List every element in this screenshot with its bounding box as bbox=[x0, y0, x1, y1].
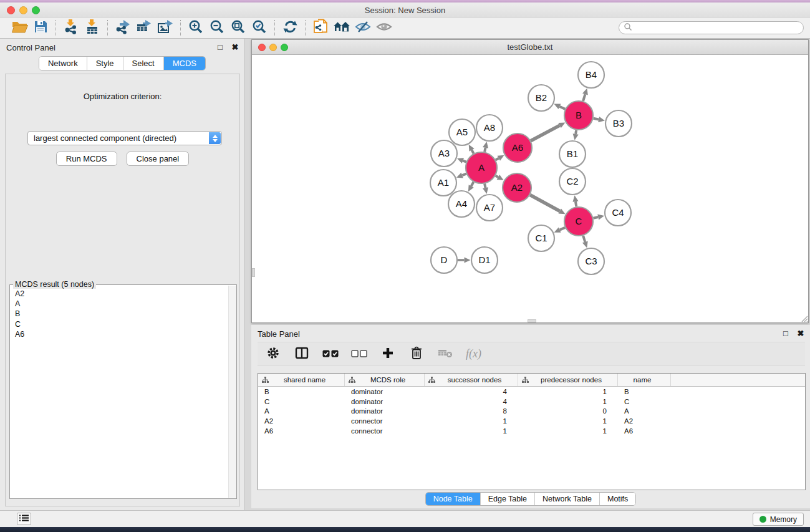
graph-edge-C-C4[interactable] bbox=[593, 217, 598, 218]
graph-edge-C-C2[interactable] bbox=[576, 201, 576, 206]
column-header-successor-nodes[interactable]: successor nodes bbox=[425, 374, 518, 386]
optimization-criterion-dropdown[interactable]: largest connected component (directed) bbox=[27, 131, 222, 145]
graph-node-A[interactable]: A bbox=[466, 152, 497, 183]
graph-edge-C-C3[interactable] bbox=[583, 236, 585, 242]
show-panels-button[interactable] bbox=[374, 19, 395, 37]
search-field[interactable] bbox=[619, 21, 804, 34]
graph-node-A7[interactable]: A7 bbox=[476, 195, 503, 221]
graph-node-C3[interactable]: C3 bbox=[578, 248, 604, 274]
result-scrollbar[interactable] bbox=[228, 286, 236, 498]
open-session-button[interactable] bbox=[9, 19, 30, 37]
tab-edge-table[interactable]: Edge Table bbox=[481, 493, 535, 505]
export-network-button[interactable] bbox=[112, 19, 133, 37]
float-panel-icon[interactable]: □ bbox=[216, 42, 224, 52]
run-mcds-button[interactable]: Run MCDS bbox=[56, 152, 117, 166]
import-network-button[interactable] bbox=[60, 19, 82, 37]
close-panel-icon[interactable]: ✖ bbox=[796, 329, 805, 338]
table-row[interactable]: A6connector11A6 bbox=[258, 426, 805, 436]
tab-network[interactable]: Network bbox=[39, 57, 87, 70]
table-row[interactable]: A2connector11A2 bbox=[258, 416, 805, 426]
zoom-selected-button[interactable] bbox=[249, 19, 270, 37]
tab-select[interactable]: Select bbox=[123, 57, 164, 70]
graph-node-C2[interactable]: C2 bbox=[559, 168, 586, 195]
graph-edge-B-B1[interactable] bbox=[576, 130, 576, 134]
graph-node-B1[interactable]: B1 bbox=[559, 141, 586, 167]
graph-node-D1[interactable]: D1 bbox=[471, 247, 498, 273]
zoom-in-button[interactable] bbox=[185, 19, 206, 37]
tab-node-table[interactable]: Node Table bbox=[426, 493, 481, 505]
tab-style[interactable]: Style bbox=[87, 57, 123, 70]
result-item-a6[interactable]: A6 bbox=[15, 329, 231, 339]
task-history-button[interactable] bbox=[17, 513, 31, 525]
table-row[interactable]: Cdominator41C bbox=[258, 397, 805, 407]
graph-node-A3[interactable]: A3 bbox=[431, 140, 457, 167]
graph-node-A1[interactable]: A1 bbox=[430, 170, 456, 196]
graph-edge-A2-C[interactable] bbox=[530, 195, 560, 211]
graph-edge-C-C1[interactable] bbox=[560, 228, 565, 230]
vertical-scroll-thumb[interactable] bbox=[252, 268, 255, 277]
network-canvas[interactable]: B4B2BB3A8A5A6B1A3AC2A1A2A4A7C4CC1C3DD1 bbox=[252, 55, 808, 322]
graph-node-C1[interactable]: C1 bbox=[528, 225, 554, 251]
column-header-name[interactable]: name bbox=[618, 374, 671, 386]
graph-edge-A-A1[interactable] bbox=[462, 174, 466, 176]
result-item-a[interactable]: A bbox=[15, 299, 231, 309]
graph-node-B[interactable]: B bbox=[564, 101, 593, 130]
close-panel-button[interactable]: Close panel bbox=[127, 152, 190, 166]
table-row[interactable]: Adominator80A bbox=[258, 407, 805, 417]
tab-motifs[interactable]: Motifs bbox=[600, 493, 635, 505]
column-header-shared-name[interactable]: shared name bbox=[258, 374, 345, 386]
result-item-a2[interactable]: A2 bbox=[15, 289, 231, 299]
table-row[interactable]: Bdominator41B bbox=[258, 387, 805, 397]
show-columns-button[interactable] bbox=[294, 346, 310, 362]
search-input[interactable] bbox=[632, 22, 803, 33]
graph-node-A4[interactable]: A4 bbox=[448, 191, 475, 217]
graph-edge-A-A8[interactable] bbox=[485, 148, 485, 152]
graph-edge-A-A6[interactable] bbox=[496, 158, 499, 160]
export-image-button[interactable] bbox=[155, 19, 176, 37]
graph-node-A6[interactable]: A6 bbox=[503, 133, 532, 162]
zoom-fit-button[interactable] bbox=[228, 19, 249, 37]
zoom-out-button[interactable] bbox=[206, 19, 228, 37]
graph-edge-B-B3[interactable] bbox=[594, 118, 599, 120]
tab-mcds[interactable]: MCDS bbox=[164, 57, 205, 70]
horizontal-scroll-thumb[interactable] bbox=[528, 319, 536, 322]
memory-button[interactable]: Memory bbox=[753, 513, 804, 526]
column-header-MCDS-role[interactable]: MCDS role bbox=[345, 374, 425, 386]
save-session-button[interactable] bbox=[30, 19, 51, 37]
home-button[interactable] bbox=[331, 19, 352, 37]
graph-edge-A6-B[interactable] bbox=[531, 125, 559, 141]
graph-edge-A-A2[interactable] bbox=[496, 176, 498, 177]
graph-node-A5[interactable]: A5 bbox=[449, 119, 475, 145]
export-table-button[interactable] bbox=[133, 19, 155, 37]
import-table-button[interactable] bbox=[82, 19, 103, 37]
table-settings-button[interactable] bbox=[265, 346, 281, 362]
graph-edge-B-B4[interactable] bbox=[583, 94, 585, 101]
graph-node-D[interactable]: D bbox=[431, 247, 457, 273]
deselect-all-button[interactable] bbox=[351, 346, 367, 362]
graph-node-C4[interactable]: C4 bbox=[605, 200, 631, 226]
hide-panels-button[interactable] bbox=[352, 19, 374, 37]
tab-network-table[interactable]: Network Table bbox=[535, 493, 600, 505]
graph-node-B3[interactable]: B3 bbox=[605, 110, 632, 137]
resize-grip[interactable] bbox=[799, 314, 808, 322]
delete-column-button[interactable] bbox=[408, 346, 425, 362]
graph-edge-A-A7[interactable] bbox=[485, 183, 485, 188]
refresh-button[interactable] bbox=[279, 19, 301, 37]
graph-node-A8[interactable]: A8 bbox=[476, 115, 503, 141]
graph-node-A2[interactable]: A2 bbox=[503, 173, 531, 202]
column-header-predecessor-nodes[interactable]: predecessor nodes bbox=[518, 374, 618, 386]
result-item-b[interactable]: B bbox=[15, 309, 231, 319]
network-window-titlebar[interactable]: testGlobe.txt bbox=[252, 40, 808, 55]
select-all-button[interactable] bbox=[322, 346, 339, 362]
graph-node-B2[interactable]: B2 bbox=[528, 85, 554, 111]
create-column-button[interactable] bbox=[380, 346, 396, 362]
graph-edge-A-A3[interactable] bbox=[463, 161, 466, 162]
clone-network-button[interactable] bbox=[310, 19, 331, 37]
graph-node-C[interactable]: C bbox=[564, 207, 593, 236]
result-item-c[interactable]: C bbox=[15, 319, 231, 329]
graph-edge-A-A5[interactable] bbox=[472, 150, 474, 154]
graph-edge-B-B2[interactable] bbox=[559, 107, 565, 109]
float-panel-icon[interactable]: □ bbox=[781, 329, 790, 338]
graph-edge-A-A4[interactable] bbox=[471, 182, 474, 186]
graph-node-B4[interactable]: B4 bbox=[578, 62, 604, 88]
